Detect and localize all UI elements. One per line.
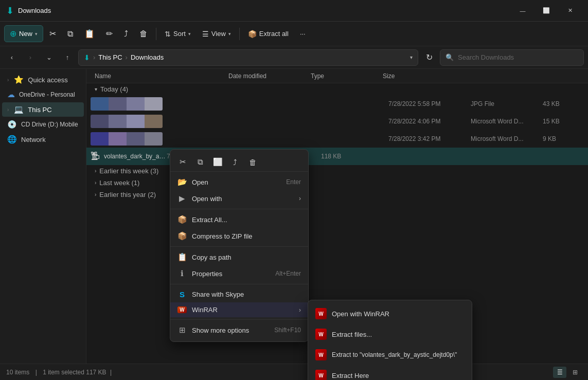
table-row[interactable]: 🗜 volantes_dark_by_aystic_dejtd0p... 7/2… <box>86 148 588 165</box>
col-size-header[interactable]: Size <box>383 73 424 80</box>
new-label: New <box>19 30 32 38</box>
sidebar-item-onedrive[interactable]: ☁ OneDrive - Personal <box>2 87 84 102</box>
close-button[interactable]: ✕ <box>558 3 582 19</box>
sidebar-item-cd-drive[interactable]: 💿 CD Drive (D:) Mobile <box>2 117 84 132</box>
ctx-winrar-item[interactable]: W WinRAR › <box>170 302 308 317</box>
table-row[interactable]: 7/28/2022 3:42 PM Microsoft Word D... 9 … <box>86 130 588 148</box>
group-earlier-year-label: Earlier this year (2) <box>99 191 156 198</box>
group-today[interactable]: ▾ Today (4) <box>86 83 588 95</box>
ctx-compress-zip-label: Compress to ZIP file <box>192 232 253 240</box>
address-dropdown-icon[interactable]: ▾ <box>410 55 413 60</box>
ctx-cut-button[interactable]: ✂ <box>174 155 191 169</box>
copy-icon: ⧉ <box>67 29 73 39</box>
grid-view-button[interactable]: ⊞ <box>568 367 582 378</box>
sort-chevron-icon: ▾ <box>188 31 191 37</box>
file-type: Microsoft Word D... <box>471 118 543 125</box>
search-box[interactable]: 🔍 Search Downloads <box>440 49 584 66</box>
sidebar-item-this-pc[interactable]: › 💻 This PC <box>2 102 84 117</box>
view-button[interactable]: ☰ View ▾ <box>197 27 236 41</box>
sidebar-item-network[interactable]: 🌐 Network <box>2 132 84 147</box>
ctx-extract-all-item[interactable]: 📦 Extract All... <box>170 211 308 228</box>
copy-button[interactable]: ⧉ <box>62 26 78 42</box>
file-date: 7/28/2022 3:42 PM <box>388 135 471 142</box>
forward-button[interactable]: › <box>23 50 38 65</box>
app-icon: ⬇ <box>6 5 14 16</box>
plus-icon: ⊕ <box>10 29 16 39</box>
ctx-extract-all-label: Extract All... <box>192 216 227 224</box>
extract-all-button[interactable]: 📦 Extract all <box>243 27 294 41</box>
separator2 <box>239 28 240 40</box>
file-size: 9 KB <box>543 135 584 142</box>
ctx-show-more-label: Show more options <box>192 327 249 334</box>
cd-icon: 💿 <box>7 120 17 129</box>
open-folder-icon: 📂 <box>177 177 187 187</box>
toolbar: ⊕ New ▾ ✂ ⧉ 📋 ✏ ⤴ 🗑 ⇅ Sort ▾ ☰ View ▾ 📦 … <box>0 22 588 46</box>
maximize-button[interactable]: ⬜ <box>534 3 558 19</box>
winrar-extract-to-folder-item[interactable]: W Extract to "volantes_dark_by_aystic_de… <box>308 345 472 365</box>
minimize-button[interactable]: — <box>511 3 534 19</box>
last-week-chevron-icon: › <box>95 180 96 186</box>
expand-button[interactable]: ⌄ <box>41 50 57 65</box>
column-headers: Name Date modified Type Size <box>86 69 588 83</box>
group-earlier-this-year[interactable]: › Earlier this year (2) <box>86 189 588 201</box>
ctx-skype-item[interactable]: S Share with Skype <box>170 286 308 302</box>
paste-button[interactable]: 📋 <box>79 26 100 42</box>
col-date-header[interactable]: Date modified <box>228 73 311 80</box>
ctx-copy-path-item[interactable]: 📋 Copy as path <box>170 249 308 265</box>
new-button[interactable]: ⊕ New ▾ <box>4 25 43 42</box>
this-pc-label: This PC <box>28 106 51 114</box>
ctx-delete-button[interactable]: 🗑 <box>244 155 261 169</box>
file-date: 7/28/2022 5:58 PM <box>388 100 471 107</box>
this-pc-chevron-icon: › <box>7 107 9 113</box>
sort-button[interactable]: ⇅ Sort ▾ <box>159 27 196 41</box>
ctx-compress-zip-item[interactable]: 📦 Compress to ZIP file <box>170 228 308 244</box>
ctx-open-item[interactable]: 📂 Open Enter <box>170 174 308 190</box>
winrar-open-item[interactable]: W Open with WinRAR <box>308 303 472 324</box>
ctx-properties-shortcut: Alt+Enter <box>275 270 301 277</box>
share-button[interactable]: ⤴ <box>119 26 133 42</box>
back-button[interactable]: ‹ <box>4 50 20 65</box>
view-icon: ☰ <box>202 30 209 38</box>
list-view-button[interactable]: ☰ <box>553 367 566 378</box>
winrar-extract-files-icon: W <box>315 329 327 340</box>
new-chevron-icon: ▾ <box>35 31 38 37</box>
ctx-share-button[interactable]: ⤴ <box>227 155 243 169</box>
col-name-header[interactable]: Name <box>91 73 228 80</box>
earlier-this-year-chevron-icon: › <box>95 192 96 197</box>
ctx-paste-button[interactable]: ⬜ <box>209 155 226 169</box>
address-bar[interactable]: ⬇ › This PC › Downloads ▾ <box>78 49 418 66</box>
properties-icon: ℹ <box>177 269 187 278</box>
table-row[interactable]: 7/28/2022 4:06 PM Microsoft Word D... 15… <box>86 113 588 130</box>
group-last-week[interactable]: › Last week (1) <box>86 177 588 189</box>
ctx-open-label: Open <box>192 178 208 186</box>
breadcrumb-separator2: › <box>126 53 128 61</box>
up-button[interactable]: ↑ <box>60 50 75 65</box>
open-with-arrow-icon: › <box>299 195 301 202</box>
refresh-button[interactable]: ↻ <box>421 50 437 65</box>
rename-button[interactable]: ✏ <box>101 26 118 42</box>
cd-drive-label: CD Drive (D:) Mobile <box>21 121 78 128</box>
ctx-properties-item[interactable]: ℹ Properties Alt+Enter <box>170 265 308 282</box>
copy-path-icon: 📋 <box>177 252 187 262</box>
sidebar-item-quick-access[interactable]: › ⭐ Quick access <box>2 73 84 87</box>
table-row[interactable]: 7/28/2022 5:58 PM JPG File 43 KB <box>86 95 588 113</box>
breadcrumb-this-pc: This PC <box>98 53 122 61</box>
group-earlier-this-week[interactable]: › Earlier this week (3) <box>86 165 588 177</box>
ctx-show-more-item[interactable]: ⊞ Show more options Shift+F10 <box>170 322 308 338</box>
ctx-open-shortcut: Enter <box>286 178 301 186</box>
ctx-open-with-item[interactable]: ▶ Open with › <box>170 190 308 207</box>
earlier-this-week-chevron-icon: › <box>95 168 96 174</box>
sort-icon: ⇅ <box>165 30 171 38</box>
ctx-copy-button[interactable]: ⧉ <box>192 155 208 169</box>
network-label: Network <box>21 136 46 143</box>
separator1 <box>156 28 156 40</box>
more-options-button[interactable]: ··· <box>295 27 311 41</box>
delete-button[interactable]: 🗑 <box>134 26 153 42</box>
file-type: JPG File <box>471 100 543 107</box>
paste-icon: 📋 <box>84 29 95 39</box>
winrar-extract-here-item[interactable]: W Extract Here <box>308 365 472 380</box>
zip-icon: 🗜 <box>91 151 100 162</box>
cut-button[interactable]: ✂ <box>44 26 61 42</box>
winrar-extract-files-item[interactable]: W Extract files... <box>308 324 472 345</box>
col-type-header[interactable]: Type <box>311 73 383 80</box>
